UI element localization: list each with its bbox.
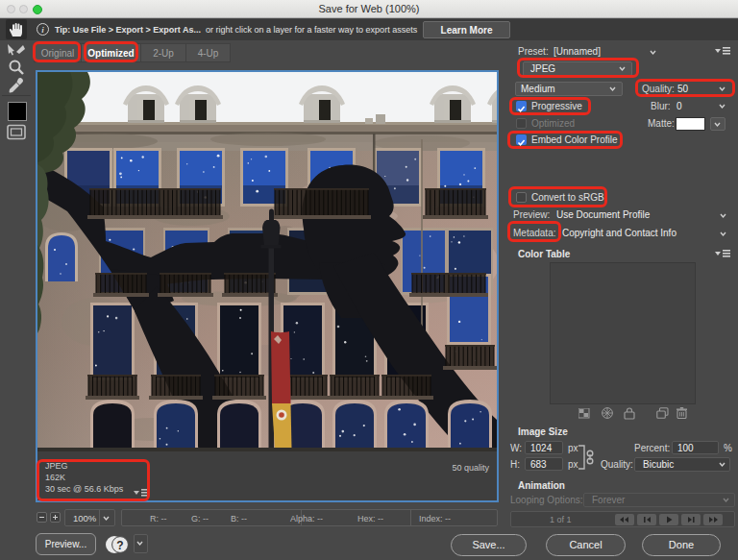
svg-text:?: ? [116, 539, 123, 552]
